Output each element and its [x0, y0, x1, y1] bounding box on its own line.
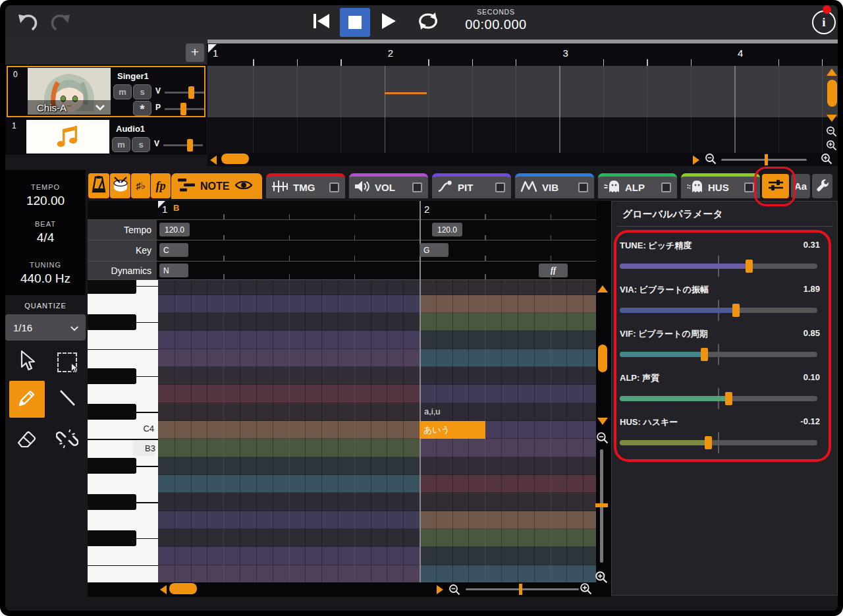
- play-button[interactable]: [374, 9, 403, 36]
- key-event[interactable]: G: [420, 243, 449, 257]
- unlink-tool[interactable]: [49, 423, 86, 457]
- h-zoom-slider[interactable]: [721, 159, 807, 161]
- avatar[interactable]: Chis-A: [28, 68, 111, 115]
- slider-handle[interactable]: [725, 392, 732, 405]
- piano-key-black[interactable]: [88, 314, 136, 330]
- tempo-event[interactable]: 120.0: [159, 223, 190, 237]
- h-zoom-slider-handle[interactable]: [765, 154, 768, 165]
- piano-key-black[interactable]: [88, 494, 136, 510]
- tab-tmg-checkbox[interactable]: [329, 182, 339, 192]
- dynamics-button[interactable]: fp: [151, 173, 171, 198]
- global-params-button[interactable]: [762, 174, 789, 198]
- tab-vib-checkbox[interactable]: [578, 182, 588, 192]
- tempo-event[interactable]: 120.0: [432, 223, 462, 237]
- track-row-singer[interactable]: 0 Chis-A Singer1 m s V: [7, 66, 205, 117]
- scroll-down-button[interactable]: [827, 115, 837, 122]
- skip-to-start-button[interactable]: [307, 9, 336, 36]
- tab-note[interactable]: NOTE: [171, 173, 262, 199]
- zoom-out-icon[interactable]: [705, 153, 717, 166]
- piano-h-scrollbar-thumb[interactable]: [169, 583, 197, 594]
- freeze-button[interactable]: *: [133, 101, 151, 116]
- settings-button[interactable]: [812, 174, 832, 198]
- time-display[interactable]: 00:00.000: [454, 17, 537, 32]
- note-block[interactable]: あいう: [420, 421, 485, 439]
- piano-key-black[interactable]: [88, 404, 136, 420]
- tab-vol-checkbox[interactable]: [412, 182, 422, 192]
- voice-select[interactable]: Chis-A: [28, 100, 111, 115]
- track-row-audio[interactable]: 1 Audio1 m s V: [7, 119, 205, 155]
- tab-pit-checkbox[interactable]: [495, 182, 505, 192]
- scroll-up-button[interactable]: [827, 69, 837, 76]
- param-hus-slider[interactable]: [620, 440, 817, 445]
- piano-key-black[interactable]: [88, 530, 136, 546]
- volume-slider-handle[interactable]: [187, 139, 193, 152]
- slider-handle[interactable]: [746, 260, 753, 273]
- arrangement-timeline[interactable]: 1234: [207, 40, 838, 166]
- audio-thumbnail[interactable]: [26, 120, 109, 154]
- info-button[interactable]: i: [812, 11, 836, 34]
- volume-slider[interactable]: [165, 92, 204, 94]
- piano-scroll-left-button[interactable]: [160, 585, 167, 594]
- tab-pit[interactable]: PIT: [432, 173, 511, 198]
- scroll-left-button[interactable]: [210, 155, 217, 165]
- param-tune-slider[interactable]: [620, 264, 817, 269]
- score-rows-grid[interactable]: [157, 219, 596, 280]
- param-vif-slider[interactable]: [620, 352, 817, 357]
- zoom-in-icon[interactable]: [821, 153, 832, 166]
- drum-button[interactable]: [110, 173, 130, 198]
- eraser-tool[interactable]: [9, 423, 45, 457]
- tab-hus[interactable]: HUS: [681, 173, 760, 198]
- tab-tmg[interactable]: TMG: [266, 173, 345, 198]
- solo-button[interactable]: s: [133, 84, 151, 99]
- volume-slider[interactable]: [163, 144, 203, 146]
- tab-vib[interactable]: VIB: [515, 173, 594, 198]
- piano-scroll-up-button[interactable]: [597, 285, 608, 293]
- marquee-select-tool[interactable]: [49, 345, 86, 379]
- mute-button[interactable]: m: [112, 137, 130, 152]
- text-style-button[interactable]: Aa: [791, 174, 810, 198]
- undo-button[interactable]: [14, 13, 41, 34]
- key-event[interactable]: C: [159, 243, 188, 257]
- h-scrollbar-thumb[interactable]: [221, 154, 249, 164]
- scroll-right-button[interactable]: [693, 155, 699, 165]
- note-phoneme[interactable]: a,i,u: [424, 406, 441, 416]
- param-via-slider[interactable]: [620, 308, 817, 313]
- piano-h-zoom-slider-handle[interactable]: [519, 584, 522, 595]
- accidental-button[interactable]: ♯♭: [131, 173, 150, 198]
- quantize-select[interactable]: 1/16: [5, 314, 86, 341]
- volume-slider-handle[interactable]: [188, 86, 194, 99]
- dynamics-event[interactable]: ff: [539, 264, 568, 277]
- piano-v-scrollbar-thumb[interactable]: [598, 345, 607, 372]
- v-zoom-out-icon[interactable]: [826, 126, 837, 140]
- slider-handle[interactable]: [705, 436, 712, 449]
- piano-h-zoom-out-icon[interactable]: [449, 584, 460, 598]
- metronome-button[interactable]: [88, 173, 109, 198]
- piano-scroll-down-button[interactable]: [597, 418, 608, 425]
- piano-key-black[interactable]: [88, 368, 136, 384]
- pencil-tool[interactable]: [9, 381, 45, 418]
- tab-hus-checkbox[interactable]: [744, 182, 754, 192]
- solo-button[interactable]: s: [132, 137, 150, 152]
- tab-alp-checkbox[interactable]: [661, 182, 671, 192]
- line-tool[interactable]: [49, 381, 86, 418]
- stop-button[interactable]: [340, 8, 370, 37]
- piano-roll-grid[interactable]: [158, 280, 596, 582]
- pan-slider-handle[interactable]: [180, 103, 186, 115]
- slider-handle[interactable]: [732, 304, 740, 317]
- piano-v-zoom-slider-handle[interactable]: [595, 503, 608, 507]
- add-track-button[interactable]: +: [186, 43, 204, 62]
- piano-key-black[interactable]: [88, 458, 136, 474]
- piano-v-zoom-in-icon[interactable]: [595, 571, 608, 586]
- piano-v-zoom-out-icon[interactable]: [596, 432, 609, 447]
- select-tool[interactable]: [8, 345, 45, 379]
- piano-scroll-right-button[interactable]: [437, 585, 443, 594]
- mute-button[interactable]: m: [113, 84, 132, 99]
- tab-alp[interactable]: ALP: [598, 173, 677, 198]
- slider-handle[interactable]: [701, 348, 708, 361]
- loop-button[interactable]: [414, 11, 443, 34]
- tab-vol[interactable]: VOL: [349, 173, 428, 198]
- piano-key-black[interactable]: [88, 280, 136, 294]
- timeline-note-segment[interactable]: [385, 92, 427, 94]
- param-alp-slider[interactable]: [620, 396, 817, 401]
- piano-h-zoom-in-icon[interactable]: [580, 582, 592, 598]
